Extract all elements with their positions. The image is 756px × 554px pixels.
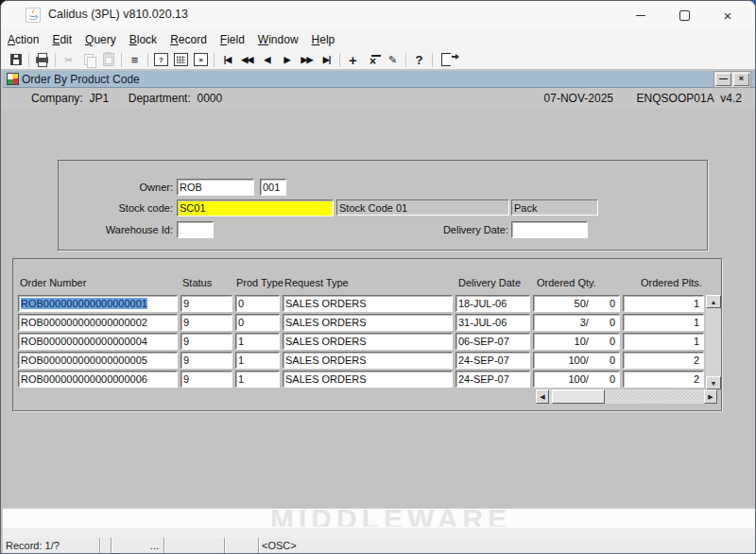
status-cell[interactable]: 9 [180,352,232,369]
menu-help[interactable]: Help [312,33,335,46]
form-header: Company: JP1 Department: 0000 07-NOV-202… [3,88,755,110]
save-button[interactable] [6,51,26,68]
cut-icon: ✂ [64,55,72,65]
last-record-button[interactable]: ▶| [317,51,336,68]
ordered-qty-cell[interactable]: 10/0 [533,333,620,350]
ordered-qty-cell[interactable]: 3/0 [533,314,620,331]
delivery-date-cell[interactable]: 24-SEP-07 [455,352,530,369]
ordered-qty-cell[interactable]: 100/0 [533,371,620,388]
print-button[interactable] [32,51,52,68]
form-close-button[interactable]: × [733,73,749,86]
next-block-button[interactable]: ▶▶ [297,51,317,68]
menu-edit[interactable]: Edit [52,33,72,46]
prod-type-cell[interactable]: 1 [235,333,280,350]
horizontal-scroll-thumb[interactable] [552,390,605,404]
request-type-cell[interactable]: SALES ORDERS [283,314,453,331]
request-type-cell[interactable]: SALES ORDERS [283,295,453,312]
exit-icon [441,53,451,66]
remove-record-button[interactable]: × [363,51,383,68]
scroll-right-icon[interactable]: ▶ [704,390,717,404]
order-number-cell[interactable]: ROB000000000000000001 [18,295,178,312]
maximize-button[interactable] [662,1,706,29]
warehouse-input[interactable] [177,221,214,238]
next-record-button[interactable]: ▶ [277,51,297,68]
status-cell[interactable]: 9 [180,314,232,331]
close-button[interactable]: × [706,1,749,29]
owner-label: Owner: [58,182,173,193]
department-label: Department: [129,92,191,105]
enter-query-button[interactable]: ? [151,51,171,68]
paste-button[interactable] [98,51,118,68]
order-number-cell[interactable]: ROB000000000000000006 [18,371,178,388]
request-type-cell[interactable]: SALES ORDERS [283,352,453,369]
status-dots: ... [112,538,164,553]
insert-record-button[interactable]: + [343,51,363,68]
form-window-title: Order By Product Code [22,73,140,86]
current-date: 07-NOV-2025 [544,92,613,105]
department-value: 0000 [197,92,222,105]
delivery-date-input[interactable] [511,221,588,238]
form-minimize-button[interactable]: — [715,73,731,86]
ordered-plts-cell[interactable]: 2 [623,371,704,388]
ordered-qty-cell[interactable]: 50/0 [533,295,620,312]
delivery-date-cell[interactable]: 06-SEP-07 [455,333,530,350]
order-number-cell[interactable]: ROB000000000000000002 [18,314,178,331]
request-type-cell[interactable]: SALES ORDERS [283,333,453,350]
prod-type-cell[interactable]: 0 [235,295,280,312]
status-cell[interactable]: 9 [180,295,232,312]
copy-button[interactable] [78,51,98,68]
ordered-qty-cell[interactable]: 100/0 [533,352,620,369]
delivery-date-cell[interactable]: 18-JUL-06 [455,295,530,312]
order-number-cell[interactable]: ROB000000000000000005 [18,352,178,369]
prod-type-cell[interactable]: 1 [235,352,280,369]
first-record-icon: |◀ [224,55,231,64]
menu-record[interactable]: Record [170,33,207,46]
minimize-button[interactable] [619,1,662,29]
ordered-plts-cell[interactable]: 1 [623,314,704,331]
remove-record-icon: × [369,54,376,66]
program-id: ENQSOOP01A [637,92,714,105]
prod-type-cell[interactable]: 0 [235,314,280,331]
status-cell[interactable]: 9 [180,333,232,350]
delivery-date-label: Delivery Date: [398,224,508,235]
scroll-down-icon[interactable]: ▼ [706,376,721,390]
lock-record-button[interactable]: ✎ [383,51,403,68]
menu-block[interactable]: Block [129,33,157,46]
scroll-left-icon[interactable]: ◀ [536,390,549,404]
previous-block-button[interactable]: ◀◀ [237,51,257,68]
order-number-cell[interactable]: ROB000000000000000004 [18,333,178,350]
table-horizontal-scrollbar[interactable]: ◀ ▶ [536,390,717,404]
menu-field[interactable]: Field [220,33,245,46]
request-type-cell[interactable]: SALES ORDERS [283,371,453,388]
ordered-plts-cell[interactable]: 1 [623,333,704,350]
previous-record-button[interactable]: ◀ [257,51,277,68]
cancel-query-button[interactable]: × [191,51,211,68]
cut-button[interactable]: ✂ [59,51,78,68]
delivery-date-cell[interactable]: 24-SEP-07 [455,371,530,388]
ordered-plts-cell[interactable]: 1 [623,295,704,312]
prod-type-cell[interactable]: 1 [235,371,280,388]
exit-button[interactable] [436,51,455,68]
next-block-icon: ▶▶ [301,55,313,64]
insert-record-icon: + [349,52,357,68]
ordered-plts-cell[interactable]: 2 [623,352,704,369]
menu-query[interactable]: Query [85,33,116,46]
save-icon [10,54,22,65]
help-button[interactable]: ? [409,51,429,68]
company-value: JP1 [89,92,109,105]
table-vertical-scrollbar[interactable]: ▲ ▼ [706,295,721,390]
menu-action[interactable]: Action [8,33,39,46]
owner-input[interactable]: ROB [177,179,254,196]
first-record-button[interactable]: |◀ [217,51,237,68]
scroll-up-icon[interactable]: ▲ [706,295,721,308]
delivery-date-cell[interactable]: 31-JUL-06 [455,314,530,331]
col-prod-type: Prod Type [236,277,284,288]
lock-record-icon: ✎ [388,54,397,66]
execute-query-button[interactable] [171,51,191,68]
edit-button[interactable]: ≡ [125,51,145,68]
owner-seq-input[interactable]: 001 [260,179,286,196]
menu-window[interactable]: Window [258,33,299,46]
status-cell[interactable]: 9 [180,371,232,388]
stock-code-input[interactable]: SC01 [177,199,334,216]
form-window-titlebar[interactable]: Order By Product Code — × [3,71,755,88]
